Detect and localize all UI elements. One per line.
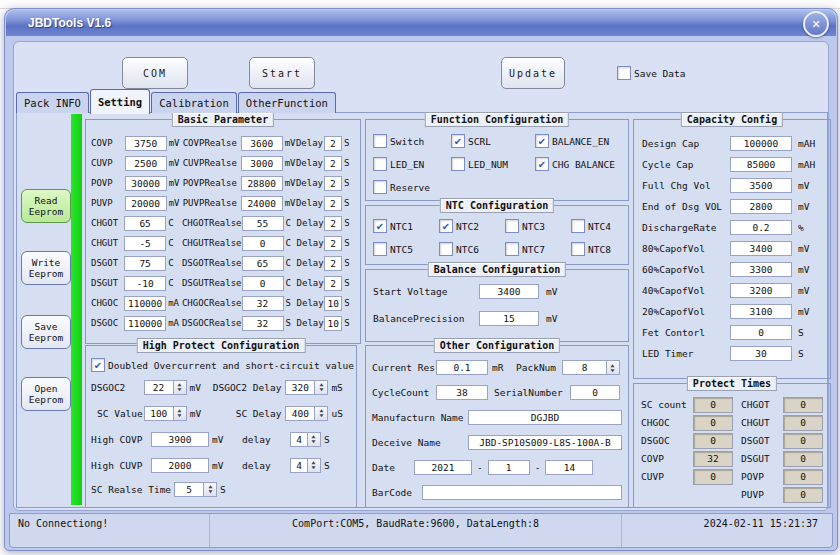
delay-value-input[interactable]	[324, 176, 342, 191]
write-eeprom-button[interactable]: WriteEeprom	[21, 251, 71, 285]
capacity-value-input[interactable]	[730, 178, 792, 193]
switch-checkbox[interactable]: Switch	[373, 134, 451, 148]
open-eeprom-button[interactable]: OpenEeprom	[21, 377, 71, 411]
ntc3-checkbox[interactable]: NTC3	[505, 219, 571, 233]
release-value-input[interactable]	[242, 296, 284, 311]
dsgoc2-input[interactable]	[144, 380, 174, 395]
release-value-input[interactable]	[242, 216, 284, 231]
param-value-input[interactable]	[125, 176, 167, 191]
cycle-count-input[interactable]	[436, 385, 488, 400]
checkbox-icon[interactable]	[91, 358, 105, 372]
checkbox-icon[interactable]	[535, 157, 549, 171]
param-value-input[interactable]	[125, 156, 167, 171]
release-value-input[interactable]	[241, 196, 283, 211]
checkbox-icon[interactable]	[373, 242, 387, 256]
spinner-buttons[interactable]: ▲▼	[204, 482, 217, 497]
delay-value-input[interactable]	[324, 216, 342, 231]
read-eeprom-button[interactable]: ReadEeprom	[21, 189, 71, 223]
capacity-value-input[interactable]	[730, 325, 792, 340]
release-value-input[interactable]	[242, 256, 284, 271]
param-value-input[interactable]	[124, 276, 166, 291]
capacity-value-input[interactable]	[730, 304, 792, 319]
param-value-input[interactable]	[125, 136, 167, 151]
checkbox-icon[interactable]	[373, 134, 387, 148]
ntc2-checkbox[interactable]: NTC2	[439, 219, 505, 233]
serial-number-input[interactable]	[570, 385, 620, 400]
spinner-buttons[interactable]: ▲▼	[315, 380, 328, 395]
high-cuvp-delay-input[interactable]	[290, 458, 308, 473]
dsgoc2-delay-input[interactable]	[285, 380, 315, 395]
com-button[interactable]: COM	[122, 57, 188, 89]
capacity-value-input[interactable]	[730, 241, 792, 256]
checkbox-icon[interactable]	[451, 157, 465, 171]
spinner-buttons[interactable]: ▲▼	[308, 432, 321, 447]
delay-value-input[interactable]	[324, 296, 342, 311]
led-en-checkbox[interactable]: LED_EN	[373, 157, 451, 171]
checkbox-icon[interactable]	[505, 219, 519, 233]
checkbox-icon[interactable]	[439, 219, 453, 233]
manufacturer-name-input[interactable]	[468, 410, 622, 425]
capacity-value-input[interactable]	[730, 157, 792, 172]
high-covp-input[interactable]	[151, 432, 209, 447]
spinner-buttons[interactable]: ▲▼	[174, 406, 187, 421]
capacity-value-input[interactable]	[730, 220, 792, 235]
current-res-input[interactable]	[436, 360, 488, 375]
ntc7-checkbox[interactable]: NTC7	[505, 242, 571, 256]
close-button[interactable]: ✕	[803, 11, 829, 37]
release-value-input[interactable]	[242, 276, 284, 291]
scrl-checkbox[interactable]: SCRL	[451, 134, 535, 148]
checkbox-icon[interactable]	[571, 242, 585, 256]
checkbox-icon[interactable]	[373, 180, 387, 194]
param-value-input[interactable]	[124, 216, 166, 231]
release-value-input[interactable]	[241, 156, 283, 171]
balance-en-checkbox[interactable]: BALANCE_EN	[535, 134, 628, 148]
reserve-checkbox[interactable]: Reserve	[373, 180, 451, 194]
capacity-value-input[interactable]	[730, 199, 792, 214]
release-value-input[interactable]	[241, 176, 283, 191]
ntc6-checkbox[interactable]: NTC6	[439, 242, 505, 256]
sc-value-input[interactable]	[144, 406, 174, 421]
checkbox-icon[interactable]	[451, 134, 465, 148]
ntc4-checkbox[interactable]: NTC4	[571, 219, 635, 233]
titlebar[interactable]: JBDTools V1.6	[6, 10, 836, 36]
date-month-input[interactable]	[488, 460, 530, 475]
checkbox-icon[interactable]	[373, 219, 387, 233]
tab-pack-info[interactable]: Pack INFO	[16, 92, 89, 113]
tab-calibration[interactable]: Calibration	[151, 92, 237, 113]
save-data-checkbox[interactable]: Save Data	[617, 66, 685, 80]
spinner-buttons[interactable]: ▲▼	[607, 360, 620, 375]
ntc5-checkbox[interactable]: NTC5	[373, 242, 439, 256]
release-value-input[interactable]	[242, 236, 284, 251]
delay-value-input[interactable]	[324, 316, 342, 331]
checkbox-icon[interactable]	[617, 66, 631, 80]
tab-setting[interactable]: Setting	[90, 89, 150, 114]
param-value-input[interactable]	[125, 196, 167, 211]
param-value-input[interactable]	[124, 236, 166, 251]
capacity-value-input[interactable]	[730, 283, 792, 298]
capacity-value-input[interactable]	[730, 346, 792, 361]
capacity-value-input[interactable]	[730, 262, 792, 277]
tab-otherfunction[interactable]: OtherFunction	[238, 92, 336, 113]
update-button[interactable]: Update	[501, 57, 565, 89]
high-cuvp-input[interactable]	[151, 458, 209, 473]
spinner-buttons[interactable]: ▲▼	[174, 380, 187, 395]
delay-value-input[interactable]	[324, 236, 342, 251]
spinner-buttons[interactable]: ▲▼	[308, 458, 321, 473]
delay-value-input[interactable]	[324, 276, 342, 291]
barcode-input[interactable]	[422, 485, 622, 500]
balance-precision-input[interactable]	[479, 311, 539, 326]
date-day-input[interactable]	[545, 460, 593, 475]
capacity-value-input[interactable]	[730, 136, 792, 151]
doubled-overcurrent-checkbox[interactable]: Doubled Overcurrent and short-circuit va…	[91, 358, 354, 372]
ntc8-checkbox[interactable]: NTC8	[571, 242, 635, 256]
start-voltage-input[interactable]	[479, 284, 539, 299]
led-num-checkbox[interactable]: LED_NUM	[451, 157, 535, 171]
save-eeprom-button[interactable]: SaveEeprom	[21, 315, 71, 349]
date-year-input[interactable]	[414, 460, 472, 475]
checkbox-icon[interactable]	[535, 134, 549, 148]
spinner-buttons[interactable]: ▲▼	[315, 406, 328, 421]
release-value-input[interactable]	[242, 316, 284, 331]
start-button[interactable]: Start	[249, 57, 315, 89]
high-covp-delay-input[interactable]	[290, 432, 308, 447]
delay-value-input[interactable]	[324, 156, 342, 171]
